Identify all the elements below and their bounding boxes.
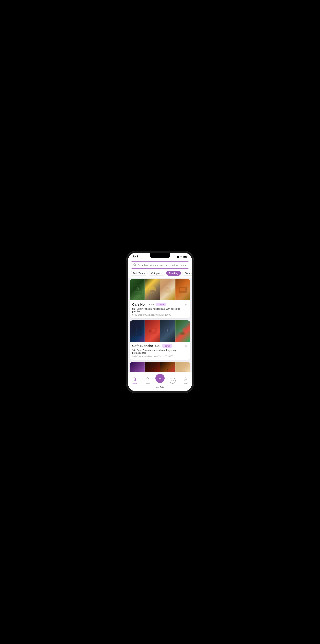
svg-rect-2: [184, 256, 186, 257]
card-cafe-noir[interactable]: Cafe Noir 4.7/5 Casual ☆ $$ • Lively Par…: [130, 279, 190, 318]
card-image-2: [145, 320, 160, 342]
card-image-4: [176, 362, 190, 372]
card-cafe-blanche[interactable]: Cafe Blanche 4.7/5 Formal ☆ $$ • Quiet B…: [130, 320, 190, 360]
card-info: Cafe Noir 4.7/5 Casual ☆ $$ • Lively Par…: [130, 300, 190, 318]
filter-datetime[interactable]: Date Time ▾: [130, 271, 148, 276]
tab-sos[interactable]: SOS SOS: [168, 378, 178, 384]
add-date-button[interactable]: +: [156, 374, 164, 383]
signal-icon: [176, 256, 179, 258]
sos-icon: SOS: [170, 378, 176, 384]
svg-point-12: [166, 286, 169, 290]
svg-point-21: [152, 328, 155, 332]
card-image-3: [160, 320, 175, 342]
main-content: Date Time ▾ Categories Trending Distance…: [128, 259, 192, 372]
card-name: Cafe Blanche: [132, 344, 153, 348]
status-icons: [176, 256, 188, 258]
card-image-3: [160, 279, 175, 300]
svg-point-34: [152, 368, 153, 370]
search-input[interactable]: [138, 264, 187, 266]
card-image-3: [160, 362, 175, 372]
filter-distance[interactable]: Distance: [182, 271, 192, 276]
svg-point-30: [135, 370, 137, 372]
svg-point-45: [185, 378, 186, 379]
search-bar[interactable]: [130, 261, 190, 269]
card-image-2: [145, 279, 160, 300]
card-rating: 4.7/5: [155, 344, 160, 347]
svg-point-26: [183, 328, 185, 331]
card-images: [130, 362, 190, 372]
svg-point-10: [150, 290, 155, 292]
card-info: Cafe Blanche 4.7/5 Formal ☆ $$ • Quiet B…: [130, 342, 190, 360]
card-tag: Formal: [162, 344, 172, 348]
search-section: [128, 259, 192, 269]
status-time: 9:42: [132, 255, 138, 258]
filter-trending[interactable]: Trending: [166, 271, 181, 276]
card-image-4: [176, 320, 190, 342]
card-image-4: [176, 279, 190, 300]
notch: [150, 253, 170, 258]
card-title-row: Cafe Blanche 4.7/5 Formal ☆: [132, 344, 188, 348]
filter-categories[interactable]: Categories: [149, 271, 165, 276]
tab-search-label: Search: [132, 382, 137, 384]
tab-home[interactable]: Home: [142, 377, 152, 384]
svg-line-44: [135, 380, 136, 381]
card-images: [130, 279, 190, 300]
search-bar-icon: [133, 263, 136, 267]
card-image-2: [145, 362, 160, 372]
favorite-button[interactable]: ☆: [184, 302, 188, 306]
cards-container: Cafe Noir 4.7/5 Casual ☆ $$ • Lively Par…: [128, 278, 192, 372]
home-tab-icon: [146, 377, 149, 382]
card-description: $$ • Lively Parisian-inspired cafe with …: [132, 308, 188, 313]
card-image-1: [130, 320, 144, 342]
svg-rect-1: [187, 256, 188, 257]
card-tag: Casual: [156, 302, 166, 306]
wifi-icon: [180, 256, 182, 258]
tab-bar: Search Home + Add Date SOS SOS: [128, 372, 192, 391]
card-rating: 4.7/5: [148, 303, 154, 306]
card-cafe-rouge[interactable]: Cafe Rouge 4.7/5 Casual ☆ $$ • Upbeat, l…: [130, 362, 190, 372]
profile-tab-icon: [184, 377, 188, 382]
tab-home-label: Home: [145, 382, 150, 384]
filter-chips: Date Time ▾ Categories Trending Distance…: [128, 269, 192, 278]
svg-rect-18: [133, 331, 142, 334]
card-name: Cafe Noir: [132, 302, 147, 306]
tab-profile-label: Profile: [183, 382, 188, 384]
favorite-button[interactable]: ☆: [184, 344, 188, 348]
svg-rect-7: [134, 291, 140, 292]
card-address: 903 Cherrymore Blvd, New York, NY 10005: [132, 355, 188, 358]
tab-profile[interactable]: Profile: [181, 377, 190, 384]
svg-point-8: [136, 288, 139, 290]
svg-line-4: [135, 265, 136, 266]
card-description: $$ • Quiet Bavarian-themed cafe for youn…: [132, 349, 188, 354]
chevron-down-icon: ▾: [144, 272, 145, 274]
card-images: [130, 320, 190, 342]
card-image-1: [130, 362, 144, 372]
tab-add-date[interactable]: + Add Date: [156, 374, 164, 388]
svg-point-20: [149, 330, 151, 332]
svg-point-25: [180, 330, 183, 333]
svg-rect-40: [180, 371, 186, 372]
tab-add-label: Add Date: [156, 386, 164, 388]
svg-rect-14: [180, 288, 185, 291]
card-address: 6700 Brooklyn Ave, New York, NY 10005: [132, 314, 188, 316]
phone-shell: 9:42: [128, 253, 192, 391]
card-title-row: Cafe Noir 4.7/5 Casual ☆: [132, 302, 188, 306]
svg-point-31: [138, 370, 140, 371]
card-image-1: [130, 279, 144, 300]
battery-icon: [183, 256, 188, 258]
plus-icon: +: [159, 376, 161, 381]
svg-point-27: [180, 332, 185, 335]
svg-rect-38: [167, 369, 168, 370]
tab-search[interactable]: Search: [130, 377, 139, 384]
search-tab-icon: [132, 377, 136, 382]
